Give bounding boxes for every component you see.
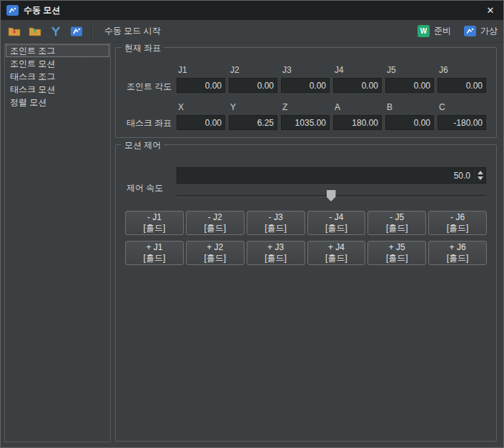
spin-up-button[interactable] — [478, 171, 483, 174]
sidebar-item-task-motion[interactable]: 태스크 모션 — [6, 83, 109, 96]
task-c-value: -180.00 — [438, 115, 486, 130]
joint-j2-field: J2 0.00 — [229, 65, 277, 93]
joint-j6-value: 0.00 — [438, 78, 486, 93]
sidebar-list: 조인트 조그 조인트 모션 태스크 조그 태스크 모션 정렬 모션 — [4, 43, 111, 442]
jog-plus-j4-button[interactable]: + J4 [홀드] — [307, 241, 366, 265]
current-coordinates-group: 현재 좌표 조인트 각도 J1 0.00 J2 0.00 J3 0.00 J4 … — [115, 47, 497, 138]
task-z-field: Z 1035.00 — [281, 102, 330, 130]
spin-down-button[interactable] — [478, 176, 483, 180]
jog-plus-j3-button[interactable]: + J3 [홀드] — [247, 241, 305, 265]
jog-minus-j5-button[interactable]: - J5 [홀드] — [367, 211, 426, 235]
branch-icon[interactable] — [48, 24, 64, 39]
joint-j1-field: J1 0.00 — [177, 65, 225, 93]
sidebar-item-align-motion[interactable]: 정렬 모션 — [6, 96, 109, 109]
joint-j2-header: J2 — [229, 65, 277, 76]
joint-angles-row: J1 0.00 J2 0.00 J3 0.00 J4 0.00 J5 0.00 … — [177, 65, 486, 93]
jog-minus-j6-button[interactable]: - J6 [홀드] — [428, 211, 487, 235]
task-b-field: B 0.00 — [385, 102, 434, 130]
status-area: W 준비 가상 — [417, 25, 498, 37]
task-a-field: A 180.00 — [333, 102, 382, 130]
ready-status-label: 준비 — [434, 25, 451, 37]
spinner-buttons — [474, 168, 485, 183]
task-a-value: 180.00 — [333, 115, 382, 130]
jog-plus-j5-button[interactable]: + J5 [홀드] — [367, 241, 426, 265]
joint-j3-value: 0.00 — [281, 78, 330, 93]
jog-minus-j4-button[interactable]: - J4 [홀드] — [307, 211, 366, 235]
jog-minus-j2-button[interactable]: - J2 [홀드] — [186, 211, 244, 235]
speed-label: 제어 속도 — [127, 182, 163, 194]
joint-angles-label: 조인트 각도 — [127, 81, 172, 93]
folder-open-icon[interactable] — [6, 24, 22, 39]
joint-j3-field: J3 0.00 — [281, 65, 330, 93]
joint-j5-field: J5 0.00 — [385, 65, 434, 93]
speed-slider[interactable] — [177, 189, 486, 202]
jog-minus-j1-button[interactable]: - J1 [홀드] — [125, 211, 184, 235]
motion-control-group: 모션 제어 제어 속도 50.0 - J1 [홀드] - J2 [홀드] - J — [115, 144, 497, 442]
speed-value[interactable]: 50.0 — [177, 171, 474, 181]
task-b-value: 0.00 — [385, 115, 434, 130]
joint-j5-header: J5 — [385, 65, 434, 76]
task-y-field: Y 6.25 — [229, 102, 277, 130]
joint-j1-header: J1 — [177, 65, 225, 76]
jog-button-grid: - J1 [홀드] - J2 [홀드] - J3 [홀드] - J4 [홀드] … — [125, 211, 487, 265]
task-c-field: C -180.00 — [438, 102, 486, 130]
virtual-robot-icon — [464, 26, 476, 36]
ready-status-icon: W — [417, 25, 430, 37]
joint-j3-header: J3 — [281, 65, 330, 76]
task-x-field: X 0.00 — [177, 102, 225, 130]
joint-j4-value: 0.00 — [333, 78, 382, 93]
task-x-value: 0.00 — [177, 115, 225, 130]
task-coords-row: X 0.00 Y 6.25 Z 1035.00 A 180.00 B 0.00 … — [177, 102, 486, 130]
task-z-header: Z — [281, 102, 330, 113]
folder-save-icon[interactable] — [27, 24, 43, 39]
jog-plus-j2-button[interactable]: + J2 [홀드] — [186, 241, 244, 265]
sidebar-item-joint-motion[interactable]: 조인트 모션 — [6, 57, 109, 70]
joint-j4-field: J4 0.00 — [333, 65, 382, 93]
sidebar-item-task-jog[interactable]: 태스크 조그 — [6, 70, 109, 83]
joint-j2-value: 0.00 — [229, 78, 277, 93]
slider-handle[interactable] — [327, 190, 336, 201]
toolbar: 수동 모드 시작 W 준비 가상 — [1, 20, 503, 43]
jog-plus-j1-button[interactable]: + J1 [홀드] — [125, 241, 184, 265]
joint-j4-header: J4 — [333, 65, 382, 76]
window-title: 수동 모션 — [24, 4, 60, 16]
close-button[interactable]: ✕ — [478, 1, 503, 20]
jog-plus-j6-button[interactable]: + J6 [홀드] — [428, 241, 487, 265]
virtual-status-label: 가상 — [480, 25, 498, 37]
task-x-header: X — [177, 102, 225, 113]
task-z-value: 1035.00 — [281, 115, 330, 130]
task-b-header: B — [385, 102, 434, 113]
speed-spinbox[interactable]: 50.0 — [177, 167, 486, 184]
current-coordinates-title: 현재 좌표 — [122, 42, 164, 54]
motion-control-title: 모션 제어 — [122, 139, 164, 151]
robot-window-icon[interactable] — [69, 24, 84, 39]
jog-minus-j3-button[interactable]: - J3 [홀드] — [247, 211, 305, 235]
joint-j6-field: J6 0.00 — [438, 65, 486, 93]
app-icon — [6, 5, 19, 16]
joint-j6-header: J6 — [438, 65, 486, 76]
task-coords-label: 태스크 좌표 — [127, 117, 172, 129]
task-y-value: 6.25 — [229, 115, 277, 130]
manual-motion-window: 수동 모션 ✕ 수동 모드 시작 W 준비 가상 조인트 조그 — [0, 0, 504, 448]
sidebar-item-joint-jog[interactable]: 조인트 조그 — [6, 44, 109, 57]
joint-j1-value: 0.00 — [177, 78, 225, 93]
task-c-header: C — [438, 102, 486, 113]
toolbar-separator — [92, 25, 93, 38]
titlebar[interactable]: 수동 모션 ✕ — [1, 1, 503, 20]
task-a-header: A — [333, 102, 382, 113]
start-manual-mode-button[interactable]: 수동 모드 시작 — [100, 23, 165, 39]
joint-j5-value: 0.00 — [385, 78, 434, 93]
task-y-header: Y — [229, 102, 277, 113]
